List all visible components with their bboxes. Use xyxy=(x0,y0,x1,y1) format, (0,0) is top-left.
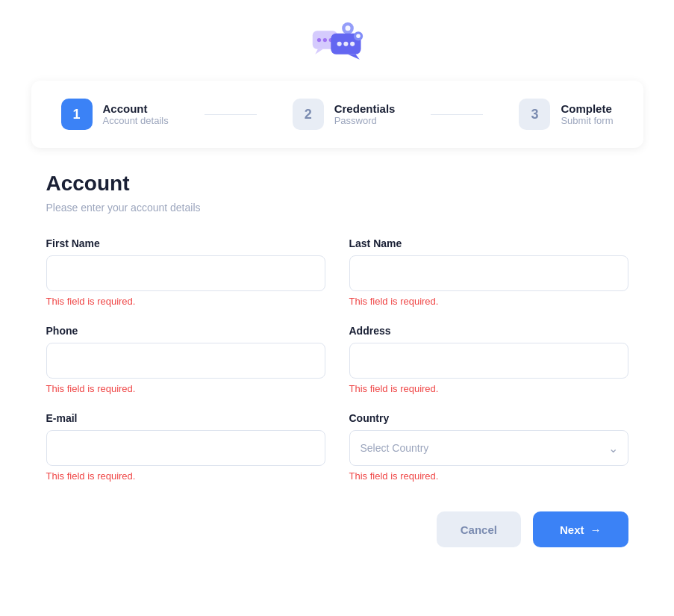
step-1: 1 Account Account details xyxy=(61,99,169,130)
svg-point-1 xyxy=(316,38,320,42)
svg-point-6 xyxy=(345,25,350,31)
phone-label: Phone xyxy=(46,325,325,337)
phone-error: This field is required. xyxy=(46,383,325,394)
country-select-wrapper: Select Country United States United King… xyxy=(349,430,628,466)
next-button-label: Next xyxy=(560,523,584,536)
svg-point-8 xyxy=(337,42,341,46)
svg-point-10 xyxy=(350,42,355,46)
country-field-group: Country Select Country United States Uni… xyxy=(349,412,628,482)
form-actions: Cancel Next → xyxy=(46,511,628,577)
last-name-input[interactable] xyxy=(349,255,628,291)
step-divider-2 xyxy=(431,114,483,115)
last-name-field-group: Last Name This field is required. xyxy=(349,237,628,307)
step-2-subtitle: Password xyxy=(334,115,396,126)
address-error: This field is required. xyxy=(349,383,628,394)
form-subtitle: Please enter your account details xyxy=(46,202,628,214)
svg-point-9 xyxy=(343,42,348,46)
email-field-group: E-mail This field is required. xyxy=(46,412,325,482)
svg-marker-11 xyxy=(348,55,360,60)
svg-marker-4 xyxy=(315,49,323,55)
email-error: This field is required. xyxy=(46,470,325,482)
first-name-label: First Name xyxy=(46,237,325,249)
last-name-error: This field is required. xyxy=(349,296,628,307)
address-input[interactable] xyxy=(349,343,628,379)
form-title: Account xyxy=(46,172,628,196)
country-select[interactable]: Select Country United States United King… xyxy=(349,430,628,466)
first-name-field-group: First Name This field is required. xyxy=(46,237,325,307)
step-1-number: 1 xyxy=(61,99,93,130)
step-3-subtitle: Submit form xyxy=(561,115,613,126)
step-3-number: 3 xyxy=(519,99,550,130)
step-divider-1 xyxy=(205,114,257,115)
next-button[interactable]: Next → xyxy=(533,511,628,547)
step-3-title: Complete xyxy=(561,102,613,115)
arrow-right-icon: → xyxy=(590,523,602,536)
step-2-number: 2 xyxy=(293,99,324,130)
first-name-error: This field is required. xyxy=(46,296,325,307)
svg-point-13 xyxy=(356,34,361,39)
first-name-input[interactable] xyxy=(46,255,325,291)
phone-input[interactable] xyxy=(46,343,325,379)
last-name-label: Last Name xyxy=(349,237,628,249)
email-input[interactable] xyxy=(46,430,325,466)
country-label: Country xyxy=(349,412,628,424)
address-label: Address xyxy=(349,325,628,337)
address-field-group: Address This field is required. xyxy=(349,325,628,394)
step-2: 2 Credentials Password xyxy=(293,99,396,130)
step-3: 3 Complete Submit form xyxy=(519,99,613,130)
country-error: This field is required. xyxy=(349,470,628,482)
app-logo xyxy=(311,18,363,66)
email-label: E-mail xyxy=(46,412,325,424)
form-grid: First Name This field is required. Last … xyxy=(46,237,628,482)
step-1-title: Account xyxy=(103,102,169,115)
step-1-subtitle: Account details xyxy=(103,115,169,126)
cancel-button[interactable]: Cancel xyxy=(437,511,521,547)
phone-field-group: Phone This field is required. xyxy=(46,325,325,394)
step-2-title: Credentials xyxy=(334,102,396,115)
steps-container: 1 Account Account details 2 Credentials … xyxy=(31,81,643,148)
form-container: Account Please enter your account detail… xyxy=(31,172,643,577)
svg-point-2 xyxy=(322,38,326,42)
